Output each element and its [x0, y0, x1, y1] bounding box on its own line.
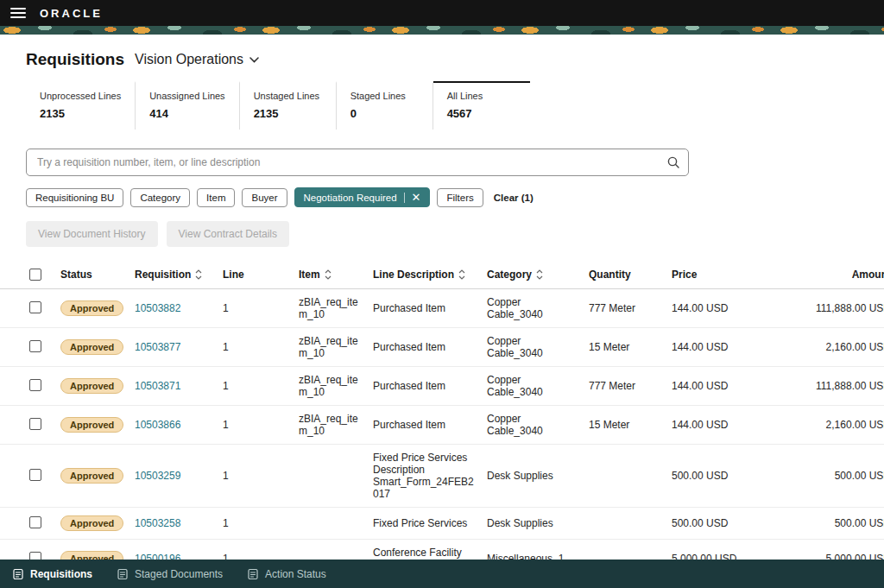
- search-container: [26, 149, 689, 176]
- col-header-line-description[interactable]: Line Description: [368, 261, 482, 288]
- infolet-tab[interactable]: Staged Lines 0: [337, 81, 433, 130]
- page-title: Requisitions: [26, 50, 124, 69]
- infolet-label: All Lines: [447, 91, 516, 101]
- quantity-cell: [584, 469, 666, 483]
- actions-row: View Document History View Contract Deta…: [26, 221, 858, 247]
- col-header-checkbox: [0, 261, 55, 288]
- status-cell: Approved: [55, 461, 129, 490]
- footer-tab[interactable]: Staged Documents: [117, 568, 223, 580]
- requisition-link[interactable]: 10503882: [135, 302, 180, 314]
- line-description-cell: Purchased Item: [368, 334, 482, 360]
- infolet-tab[interactable]: Unassigned Lines 414: [136, 81, 239, 130]
- requisition-link[interactable]: 10503877: [135, 341, 180, 353]
- search-input[interactable]: [26, 149, 689, 176]
- table-body: Approved 10503882 1 zBIA_req_item_10 Pur…: [0, 289, 884, 588]
- infolet-value: 414: [149, 107, 224, 120]
- filter-chip-bar: Requisitioning BU Category Item Buyer Ne…: [26, 187, 858, 207]
- col-header-status: Status: [55, 261, 129, 288]
- footer-tab-label: Requisitions: [30, 568, 92, 580]
- footer-tab[interactable]: Requisitions: [12, 568, 92, 580]
- app-root: ORACLE Requisitions Vision Operations Un…: [0, 0, 884, 588]
- decorative-foliage-banner: [0, 26, 884, 35]
- filters-button[interactable]: Filters: [437, 188, 483, 207]
- status-badge: Approved: [60, 300, 123, 316]
- infolet-tab[interactable]: Unstaged Lines 2135: [240, 81, 337, 130]
- price-cell: 144.00 USD: [666, 412, 749, 438]
- table-row: Approved 10503871 1 zBIA_req_item_10 Pur…: [0, 367, 884, 406]
- requisition-link[interactable]: 10503871: [135, 380, 180, 392]
- row-checkbox[interactable]: [29, 340, 41, 352]
- row-checkbox[interactable]: [29, 516, 41, 528]
- category-cell: Copper Cable_3040: [482, 367, 584, 405]
- table-row: Approved 10503877 1 zBIA_req_item_10 Pur…: [0, 328, 884, 367]
- quantity-cell: 15 Meter: [584, 412, 666, 438]
- hamburger-menu-icon[interactable]: [10, 8, 26, 18]
- line-description-cell: Fixed Price Services Description Smart_F…: [368, 445, 482, 507]
- infolet-tab[interactable]: All Lines 4567: [433, 81, 530, 130]
- col-header-item[interactable]: Item: [294, 261, 368, 288]
- sort-icon: [195, 269, 202, 280]
- row-checkbox[interactable]: [29, 301, 41, 313]
- table-row: Approved 10503866 1 zBIA_req_item_10 Pur…: [0, 406, 884, 445]
- main-content: Requisitions Vision Operations Unprocess…: [0, 50, 884, 588]
- bottom-tab-bar: Requisitions Staged Documents Action Sta…: [0, 560, 884, 588]
- view-contract-details-button[interactable]: View Contract Details: [167, 221, 290, 247]
- clear-filters-button[interactable]: Clear (1): [494, 193, 534, 203]
- requisition-link[interactable]: 10503258: [135, 517, 180, 529]
- quantity-cell: 777 Meter: [584, 373, 666, 399]
- row-checkbox-cell: [0, 372, 55, 401]
- requisition-link[interactable]: 10503866: [135, 419, 180, 431]
- col-header-category[interactable]: Category: [482, 261, 584, 288]
- active-chip-label: Negotiation Required: [304, 193, 397, 203]
- amount-cell: 500.00 USD: [749, 463, 884, 489]
- price-cell: 500.00 USD: [666, 463, 749, 489]
- line-number-cell: 1: [218, 373, 294, 399]
- search-row: [26, 149, 858, 176]
- col-header-amount: Amount: [749, 261, 884, 288]
- sort-icon: [458, 269, 465, 280]
- amount-cell: 500.00 USD: [749, 510, 884, 536]
- row-checkbox-cell: [0, 411, 55, 439]
- row-checkbox[interactable]: [29, 418, 41, 430]
- row-checkbox[interactable]: [29, 469, 41, 481]
- infolet-bar: Unprocessed Lines 2135 Unassigned Lines …: [26, 81, 858, 130]
- select-all-checkbox[interactable]: [29, 269, 41, 281]
- filter-chip[interactable]: Category: [130, 188, 190, 207]
- line-number-cell: 1: [218, 412, 294, 438]
- line-description-cell: Fixed Price Services: [368, 510, 482, 536]
- infolet-label: Unprocessed Lines: [40, 91, 121, 101]
- active-filter-chip-negotiation-required[interactable]: Negotiation Required ✕: [294, 187, 431, 207]
- status-cell: Approved: [55, 371, 129, 401]
- row-checkbox[interactable]: [29, 379, 41, 391]
- filter-chip[interactable]: Item: [197, 188, 235, 207]
- col-header-requisition[interactable]: Requisition: [129, 261, 218, 288]
- top-bar: ORACLE: [0, 0, 884, 26]
- item-cell: zBIA_req_item_10: [294, 328, 368, 366]
- row-checkbox-cell: [0, 333, 55, 362]
- requisition-link[interactable]: 10503259: [135, 470, 180, 482]
- view-document-history-button[interactable]: View Document History: [26, 221, 158, 247]
- category-cell: Desk Supplies: [482, 510, 584, 536]
- col-header-quantity: Quantity: [584, 261, 666, 288]
- infolet-value: 0: [350, 107, 419, 120]
- chip-divider: [404, 193, 405, 203]
- col-header-line: Line: [218, 261, 294, 288]
- infolet-tab[interactable]: Unprocessed Lines 2135: [26, 81, 136, 130]
- filter-chip[interactable]: Requisitioning BU: [26, 188, 123, 207]
- business-unit-selector[interactable]: Vision Operations: [135, 52, 259, 67]
- document-icon: [247, 568, 259, 580]
- requisitions-table: Status Requisition Line Item Line Descri…: [0, 261, 884, 588]
- requisition-cell: 10503871: [129, 373, 218, 399]
- footer-tab[interactable]: Action Status: [247, 568, 326, 580]
- close-icon[interactable]: ✕: [412, 192, 421, 203]
- filter-chip[interactable]: Buyer: [242, 188, 287, 207]
- infolet-value: 4567: [447, 107, 516, 120]
- item-cell: zBIA_req_item_10: [294, 367, 368, 405]
- sort-icon: [325, 269, 332, 280]
- status-cell: Approved: [55, 294, 129, 323]
- category-cell: Copper Cable_3040: [482, 328, 584, 366]
- line-number-cell: 1: [218, 334, 294, 360]
- search-icon[interactable]: [666, 155, 680, 169]
- document-icon: [117, 568, 129, 580]
- category-cell: Desk Supplies: [482, 463, 584, 489]
